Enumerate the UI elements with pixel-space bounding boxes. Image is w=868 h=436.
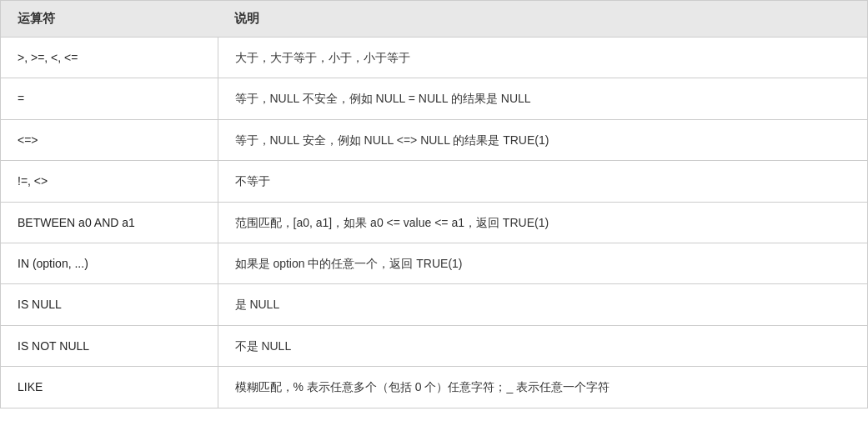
operator-cell: >, >=, <, <= xyxy=(1,38,218,78)
table-row: IN (option, ...)如果是 option 中的任意一个，返回 TRU… xyxy=(1,243,867,283)
description-cell: 等于，NULL 安全，例如 NULL <=> NULL 的结果是 TRUE(1) xyxy=(218,119,867,160)
col-header-operator: 运算符 xyxy=(1,1,218,38)
table-header-row: 运算符 说明 xyxy=(1,1,867,38)
operator-cell: !=, <> xyxy=(1,161,218,202)
description-cell: 不是 NULL xyxy=(218,325,867,366)
description-cell: 模糊匹配，% 表示任意多个（包括 0 个）任意字符；_ 表示任意一个字符 xyxy=(218,367,867,408)
table-row: BETWEEN a0 AND a1范围匹配，[a0, a1]，如果 a0 <= … xyxy=(1,202,867,243)
operator-cell: BETWEEN a0 AND a1 xyxy=(1,202,218,243)
table-row: =等于，NULL 不安全，例如 NULL = NULL 的结果是 NULL xyxy=(1,78,867,119)
operator-cell: LIKE xyxy=(1,367,218,408)
description-cell: 是 NULL xyxy=(218,284,867,325)
col-header-description: 说明 xyxy=(218,1,867,38)
description-cell: 如果是 option 中的任意一个，返回 TRUE(1) xyxy=(218,243,867,283)
operator-cell: IN (option, ...) xyxy=(1,243,218,283)
operator-cell: <=> xyxy=(1,119,218,160)
table-row: <=>等于，NULL 安全，例如 NULL <=> NULL 的结果是 TRUE… xyxy=(1,119,867,160)
description-cell: 大于，大于等于，小于，小于等于 xyxy=(218,38,867,78)
description-cell: 不等于 xyxy=(218,161,867,202)
operator-cell: IS NULL xyxy=(1,284,218,325)
description-cell: 等于，NULL 不安全，例如 NULL = NULL 的结果是 NULL xyxy=(218,78,867,119)
description-cell: 范围匹配，[a0, a1]，如果 a0 <= value <= a1，返回 TR… xyxy=(218,202,867,243)
table-row: LIKE模糊匹配，% 表示任意多个（包括 0 个）任意字符；_ 表示任意一个字符 xyxy=(1,367,867,408)
table-row: IS NOT NULL不是 NULL xyxy=(1,325,867,366)
operator-cell: IS NOT NULL xyxy=(1,325,218,366)
table-row: IS NULL是 NULL xyxy=(1,284,867,325)
operator-cell: = xyxy=(1,78,218,119)
table-row: !=, <>不等于 xyxy=(1,161,867,202)
operators-table: 运算符 说明 >, >=, <, <=大于，大于等于，小于，小于等于=等于，NU… xyxy=(0,0,868,408)
table-row: >, >=, <, <=大于，大于等于，小于，小于等于 xyxy=(1,38,867,78)
